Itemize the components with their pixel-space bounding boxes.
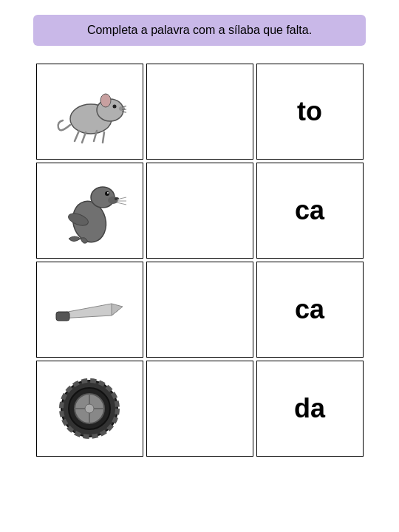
svg-rect-24 [56,312,69,321]
image-cell-tire [36,361,143,457]
svg-point-3 [100,94,111,107]
rat-icon [52,75,126,149]
svg-line-6 [103,132,104,143]
tire-icon [52,372,126,446]
syllable-3: ca [295,294,324,325]
svg-point-16 [105,191,109,196]
exercise-grid: to ca [36,64,364,457]
syllable-cell-1: to [256,64,364,160]
svg-point-4 [113,105,117,109]
instruction-box: Completa a palavra com a sílaba que falt… [33,15,366,46]
svg-point-15 [115,197,119,200]
answer-cell-1[interactable] [146,64,253,160]
image-cell-knife [36,262,143,358]
image-cell-rat [36,64,143,160]
image-cell-seal [36,163,143,259]
svg-marker-23 [112,304,123,316]
answer-cell-4[interactable] [146,361,253,457]
svg-line-20 [117,202,126,205]
syllable-1: to [297,96,322,127]
syllable-4: da [294,393,325,424]
seal-icon [52,174,126,248]
syllable-cell-4: da [256,361,364,457]
syllable-cell-3: ca [256,262,364,358]
syllable-2: ca [295,195,324,226]
knife-icon [52,273,126,347]
syllable-cell-2: ca [256,163,364,259]
svg-line-7 [75,131,79,141]
answer-cell-2[interactable] [146,163,253,259]
svg-line-8 [82,132,86,143]
svg-point-17 [107,192,109,194]
svg-point-29 [85,404,94,413]
instruction-text: Completa a palavra com a sílaba que falt… [87,24,312,36]
answer-cell-3[interactable] [146,262,253,358]
